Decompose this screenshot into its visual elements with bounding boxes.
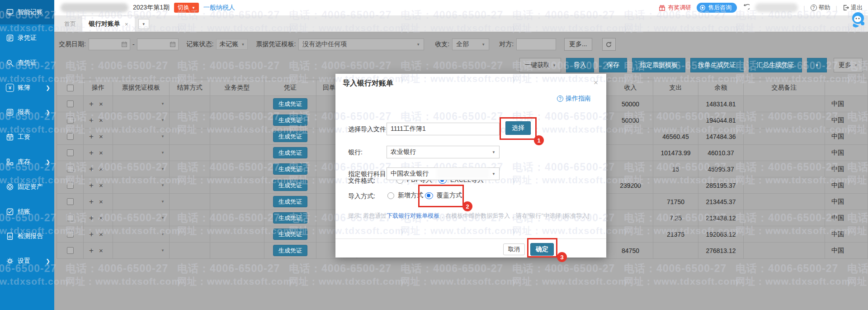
help-link[interactable]: ? 帮助 xyxy=(811,4,830,12)
delete-row-icon[interactable]: × xyxy=(99,230,103,238)
delete-row-icon[interactable]: × xyxy=(99,181,103,189)
generate-voucher-button[interactable]: 生成凭证 xyxy=(273,245,307,256)
chevron-down-icon[interactable]: ▼ xyxy=(161,216,165,220)
generate-voucher-button[interactable]: 生成凭证 xyxy=(273,114,307,126)
add-row-icon[interactable]: + xyxy=(89,116,94,125)
template-select[interactable]: 没有选中任何项▼ xyxy=(298,38,424,50)
add-row-icon[interactable]: + xyxy=(89,132,94,141)
add-row-icon[interactable]: + xyxy=(89,230,94,239)
generate-voucher-button[interactable]: 生成凭证 xyxy=(273,147,307,158)
choose-file-button[interactable]: 选择 xyxy=(505,121,531,135)
sidebar-item-closing[interactable]: 结账 xyxy=(0,200,54,224)
row-checkbox[interactable] xyxy=(67,182,74,189)
delete-row-icon[interactable]: × xyxy=(99,247,103,254)
import-button[interactable]: 导入 xyxy=(566,58,594,72)
delete-row-icon[interactable]: × xyxy=(99,133,103,140)
sidebar-item-report-check[interactable]: 检测报告 xyxy=(0,224,54,248)
import-file-input[interactable]: 1111工作簿1 xyxy=(387,123,500,135)
add-row-icon[interactable]: + xyxy=(89,246,94,255)
sidebar-item-search-voucher[interactable]: 查凭证 xyxy=(0,51,54,75)
generate-voucher-button[interactable]: 生成凭证 xyxy=(273,229,307,240)
chevron-down-icon[interactable]: ▼ xyxy=(161,232,165,236)
sidebar-item-salary[interactable]: 工资 xyxy=(0,125,54,149)
operation-guide-link[interactable]: ? 操作指南 xyxy=(557,95,591,103)
generate-dropdown-button[interactable]: ▼ xyxy=(807,58,827,72)
generate-voucher-button[interactable]: 生成凭证 xyxy=(273,163,307,175)
sidebar-item-report[interactable]: 报表❯ xyxy=(0,100,54,124)
sidebar-item-settings[interactable]: 设置❯ xyxy=(0,249,54,273)
add-row-icon[interactable]: + xyxy=(89,148,94,157)
delete-row-icon[interactable]: × xyxy=(99,100,103,108)
generate-summary-button[interactable]: 汇总生成凭证 xyxy=(749,58,802,72)
row-checkbox[interactable] xyxy=(67,198,74,205)
sidebar-item-voucher-entry[interactable]: 录凭证 xyxy=(0,26,54,50)
party-input[interactable] xyxy=(516,38,556,50)
cancel-button[interactable]: 取消 xyxy=(503,243,525,255)
status-select[interactable]: 未记账▼ xyxy=(216,39,248,50)
generate-voucher-button[interactable]: 生成凭证 xyxy=(273,180,307,191)
date-to-input[interactable] xyxy=(137,38,179,50)
inout-select[interactable]: 全部▼ xyxy=(452,38,489,50)
more-actions-button[interactable]: 更多▼ xyxy=(834,58,863,72)
delete-row-icon[interactable]: × xyxy=(99,116,103,124)
tab-list-dropdown[interactable]: ▼ xyxy=(138,19,149,29)
generate-voucher-button[interactable]: 生成凭证 xyxy=(273,131,307,142)
save-button[interactable]: 保存 xyxy=(599,58,627,72)
radio-selected-icon[interactable] xyxy=(425,192,433,199)
taxpayer-type-link[interactable]: 一般纳税人 xyxy=(203,4,235,12)
chevron-down-icon[interactable]: ▼ xyxy=(161,118,165,122)
chevron-down-icon[interactable]: ▼ xyxy=(161,134,165,138)
chevron-down-icon[interactable]: ▼ xyxy=(161,102,165,106)
generate-voucher-button[interactable]: 生成凭证 xyxy=(273,196,307,207)
overwrite-mode-option[interactable]: 覆盖方式 xyxy=(425,191,462,200)
row-checkbox[interactable] xyxy=(67,231,74,238)
delete-row-icon[interactable]: × xyxy=(99,149,103,157)
append-mode-option[interactable]: 新增方式 xyxy=(387,191,423,200)
chevron-down-icon[interactable]: ▼ xyxy=(161,248,165,253)
radio-unselected-icon[interactable] xyxy=(387,192,394,199)
bank-select[interactable]: 农业银行▼ xyxy=(387,146,500,158)
more-filters-button[interactable]: 更多... xyxy=(564,38,592,51)
row-checkbox[interactable] xyxy=(67,215,74,221)
chevron-down-icon[interactable]: ▼ xyxy=(161,183,165,187)
tab-bank-statement[interactable]: 银行对账单 × xyxy=(82,16,135,32)
row-checkbox[interactable] xyxy=(67,166,74,172)
delete-row-icon[interactable]: × xyxy=(99,214,103,222)
chevron-down-icon[interactable]: ▼ xyxy=(161,200,165,204)
close-icon[interactable]: × xyxy=(594,78,598,87)
assign-template-button[interactable]: 指定票据模板 xyxy=(632,58,685,72)
sidebar-item-ledger[interactable]: ¥账簿❯ xyxy=(0,76,54,100)
generate-by-doc-button[interactable]: 按单生成凭证 xyxy=(690,58,744,72)
delete-row-icon[interactable]: × xyxy=(99,165,103,173)
add-row-icon[interactable]: + xyxy=(89,100,94,109)
confirm-button[interactable]: 确定 xyxy=(530,243,554,256)
row-checkbox[interactable] xyxy=(67,247,74,254)
add-row-icon[interactable]: + xyxy=(89,214,94,223)
quick-get-button[interactable]: 一键获取▼ xyxy=(519,58,561,72)
tab-home[interactable]: 首页 xyxy=(58,16,82,32)
date-from-input[interactable] xyxy=(89,38,130,50)
sidebar-item-inventory[interactable]: 库存❯ xyxy=(0,150,54,174)
add-row-icon[interactable]: + xyxy=(89,197,94,206)
sidebar-item-fixed-assets[interactable]: 固定资产 xyxy=(0,175,54,199)
generate-voucher-button[interactable]: 生成凭证 xyxy=(273,212,307,224)
sidebar-item-smart-accounting[interactable]: 智能记账 xyxy=(0,0,54,24)
row-checkbox[interactable] xyxy=(67,117,74,124)
delete-row-icon[interactable]: × xyxy=(99,198,103,205)
select-all-checkbox[interactable] xyxy=(67,85,74,91)
support-button[interactable]: 售后咨询 xyxy=(697,3,737,13)
close-icon[interactable]: × xyxy=(125,21,128,28)
chevron-down-icon[interactable]: ▼ xyxy=(161,167,165,171)
switch-period-button[interactable]: 切换▼ xyxy=(174,3,199,13)
survey-link[interactable]: 有奖调研 xyxy=(659,4,691,12)
download-template-link[interactable]: 下载银行对账单模板 xyxy=(387,212,439,219)
generate-voucher-button[interactable]: 生成凭证 xyxy=(273,98,307,110)
row-checkbox[interactable] xyxy=(67,100,74,107)
undo-icon[interactable] xyxy=(742,4,750,11)
row-checkbox[interactable] xyxy=(67,149,74,156)
add-row-icon[interactable]: + xyxy=(89,181,94,190)
mascot-icon[interactable] xyxy=(848,10,867,31)
chevron-down-icon[interactable]: ▼ xyxy=(161,151,165,155)
refresh-button[interactable] xyxy=(602,38,616,51)
row-checkbox[interactable] xyxy=(67,133,74,140)
